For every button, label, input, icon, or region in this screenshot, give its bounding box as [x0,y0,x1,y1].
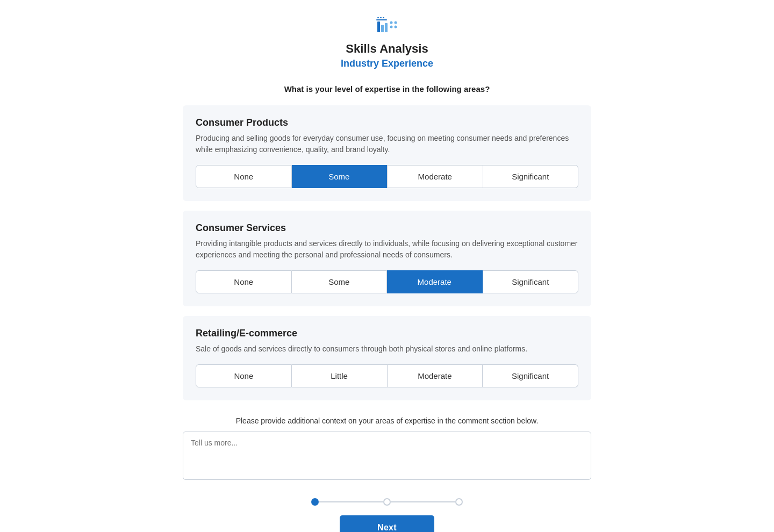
option-btn-retailing-ecommerce-3[interactable]: Significant [483,364,578,387]
options-row-retailing-ecommerce: NoneLittleModerateSignificant [196,364,578,387]
question-label: What is your level of expertise in the f… [183,84,591,94]
section-desc-retailing-ecommerce: Sale of goods and services directly to c… [196,343,578,355]
option-btn-retailing-ecommerce-1[interactable]: Little [292,364,388,387]
progress-line-2 [391,501,455,502]
svg-rect-5 [381,25,384,32]
logo-svg [375,16,399,37]
section-title-consumer-services: Consumer Services [196,222,578,234]
section-card-consumer-products: Consumer ProductsProducing and selling g… [183,105,591,201]
svg-point-7 [390,21,393,24]
svg-rect-4 [377,21,380,32]
option-btn-consumer-products-0[interactable]: None [196,165,292,188]
page-container: Skills Analysis Industry Experience What… [172,0,602,532]
comment-label: Please provide additional context on you… [183,416,591,425]
comment-textarea[interactable] [183,432,591,480]
option-btn-retailing-ecommerce-2[interactable]: Moderate [388,364,483,387]
svg-rect-1 [380,17,382,18]
option-btn-consumer-products-2[interactable]: Moderate [387,165,483,188]
option-btn-consumer-services-3[interactable]: Significant [483,270,579,293]
sections-container: Consumer ProductsProducing and selling g… [183,105,591,400]
progress-dot-1 [311,498,319,506]
section-desc-consumer-products: Producing and selling goods for everyday… [196,133,578,155]
progress-dot-2 [383,498,391,506]
section-card-retailing-ecommerce: Retailing/E-commerceSale of goods and se… [183,316,591,400]
svg-point-10 [395,26,397,28]
option-btn-consumer-products-3[interactable]: Significant [483,165,579,188]
logo-icon [183,16,591,37]
option-btn-consumer-services-1[interactable]: Some [292,270,388,293]
header: Skills Analysis Industry Experience [183,16,591,69]
svg-point-9 [390,26,393,28]
option-btn-consumer-services-2[interactable]: Moderate [387,270,483,293]
section-title-consumer-products: Consumer Products [196,117,578,128]
progress-dot-3 [455,498,463,506]
next-button[interactable]: Next [340,515,434,532]
page-subtitle: Industry Experience [183,58,591,69]
svg-rect-0 [377,17,379,18]
section-title-retailing-ecommerce: Retailing/E-commerce [196,328,578,339]
options-row-consumer-services: NoneSomeModerateSignificant [196,270,578,293]
options-row-consumer-products: NoneSomeModerateSignificant [196,165,578,188]
svg-rect-2 [383,17,384,18]
page-title: Skills Analysis [183,42,591,56]
option-btn-consumer-services-0[interactable]: None [196,270,292,293]
comment-section: Please provide additional context on you… [183,416,591,482]
svg-rect-6 [385,23,388,32]
option-btn-retailing-ecommerce-0[interactable]: None [196,364,292,387]
section-desc-consumer-services: Providing intangible products and servic… [196,238,578,261]
progress-section: Next [183,498,591,532]
progress-line-1 [319,501,383,502]
option-btn-consumer-products-1[interactable]: Some [292,165,388,188]
section-card-consumer-services: Consumer ServicesProviding intangible pr… [183,211,591,306]
progress-dots [311,498,463,506]
svg-point-8 [395,21,397,24]
svg-rect-3 [376,19,387,20]
